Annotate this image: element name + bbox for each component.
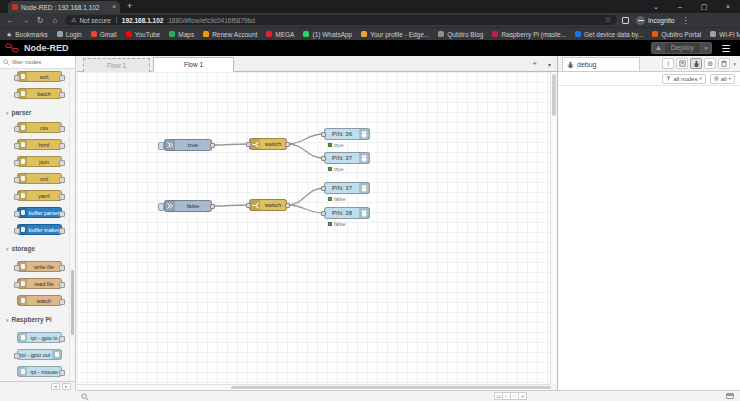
bookmark-qubitro-portal[interactable]: Qubitro Portal — [652, 31, 701, 38]
collapse-categories-icon[interactable]: ◂ — [51, 383, 60, 390]
bookmark-qubitro-blog[interactable]: Qubitro Blog — [438, 31, 483, 38]
debug-tab[interactable]: debug — [562, 57, 640, 71]
debug-message-list[interactable] — [558, 86, 740, 390]
gpio-node-pin38[interactable]: PIN: 38 — [324, 207, 370, 219]
config-tab-icon[interactable]: ⚙ — [704, 58, 716, 69]
window-controls: ⌄ – ▢ × — [644, 0, 740, 13]
output-port[interactable] — [285, 142, 290, 147]
bookmark-mega[interactable]: MEGA — [266, 31, 294, 38]
palette-node-watch[interactable]: watch — [17, 295, 62, 306]
browser-menu-icon[interactable]: ⋮ — [681, 16, 689, 25]
maximize-icon[interactable]: ▢ — [692, 0, 716, 13]
bookmark-login[interactable]: Login — [57, 31, 82, 38]
input-port[interactable] — [246, 203, 251, 208]
flow-canvas[interactable]: true switch PIN: 36 true PIN: 37 — [77, 72, 550, 384]
deploy-button[interactable]: Deploy ▾ — [651, 42, 712, 54]
palette-node-yaml[interactable]: yaml — [17, 190, 62, 201]
palette-node-rpi-gpio-in[interactable]: rpi - gpio in — [17, 332, 62, 343]
add-flow-icon[interactable]: + — [532, 59, 537, 68]
flow-tab-ghost[interactable]: Flow 1 — [83, 58, 150, 72]
search-flows-icon[interactable] — [81, 393, 89, 401]
scrollbar-thumb[interactable] — [231, 386, 551, 389]
not-secure-label[interactable]: Not secure — [79, 17, 110, 24]
bookmark-gmail[interactable]: Gmail — [91, 31, 117, 38]
input-port[interactable] — [321, 132, 326, 137]
canvas-vertical-scrollbar[interactable] — [550, 72, 557, 384]
palette-node-html[interactable]: html — [17, 139, 62, 150]
palette-node-sort[interactable]: sort — [17, 71, 62, 82]
clear-messages-icon[interactable] — [718, 58, 730, 69]
open-in-window-icon[interactable] — [726, 393, 734, 399]
bookmark-maps[interactable]: Maps — [169, 31, 194, 38]
tab-search-icon[interactable]: ⌄ — [644, 0, 668, 13]
flow-list-icon[interactable]: ▾ — [548, 61, 551, 68]
home-icon[interactable]: ⌂ — [50, 16, 60, 25]
bookmark-raspberry-pi[interactable]: Raspberry Pi (maste... — [492, 31, 566, 38]
scrollbar-thumb[interactable] — [552, 74, 556, 116]
bookmark-wifi-mesh[interactable]: Wi-Fi Mesh Networ... — [710, 31, 740, 38]
inject-node-true[interactable]: true — [164, 139, 212, 151]
deploy-options-icon[interactable]: ▾ — [700, 43, 711, 53]
new-tab-button[interactable]: + — [127, 2, 132, 13]
palette-node-xml[interactable]: xml — [17, 173, 62, 184]
palette-node-buffer-parser[interactable]: buffer parser — [17, 207, 62, 218]
debug-tab-icon[interactable] — [690, 58, 702, 69]
bookmark-whatsapp[interactable]: (1) WhatsApp — [303, 31, 352, 38]
info-tab-icon[interactable]: i — [662, 58, 674, 69]
palette-node-rpi-mouse[interactable]: rpi - mouse — [17, 366, 62, 377]
palette-scrollbar[interactable] — [69, 69, 75, 381]
bookmark-your-profile[interactable]: Your profile - Edge... — [361, 31, 429, 38]
reload-icon[interactable]: ↻ — [35, 16, 45, 25]
palette-node-buffer-maker[interactable]: buffer maker — [17, 224, 62, 235]
help-tab-icon[interactable] — [676, 58, 688, 69]
inject-button[interactable] — [158, 142, 164, 150]
output-port[interactable] — [285, 203, 290, 208]
filter-nodes-button[interactable]: all nodes ▾ — [662, 74, 705, 84]
flow-tabbar: Flow 1 Flow 1 + ▾ — [77, 56, 557, 72]
gpio-node-pin36[interactable]: PIN: 36 — [324, 128, 370, 140]
palette-node-rpi-gpio-out[interactable]: rpi - gpio out — [17, 349, 62, 360]
extension-icon[interactable] — [622, 17, 629, 24]
palette-category-raspberry-pi[interactable]: ▾Raspberry Pi — [6, 316, 69, 323]
flow-tab-active[interactable]: Flow 1 — [153, 57, 234, 72]
switch-node-bottom[interactable]: switch — [249, 199, 287, 211]
palette-search[interactable] — [0, 56, 75, 69]
minimize-icon[interactable]: – — [668, 0, 692, 13]
input-port[interactable] — [321, 186, 326, 191]
palette-node-json[interactable]: json — [17, 156, 62, 167]
sidebar-options-icon[interactable]: ▾ — [733, 61, 736, 67]
palette-scrollbar-thumb[interactable] — [71, 270, 74, 335]
filter-all-button[interactable]: all ▾ — [710, 74, 735, 84]
close-window-icon[interactable]: × — [716, 0, 740, 13]
main-menu-icon[interactable]: ☰ — [712, 43, 740, 54]
expand-categories-icon[interactable]: ▸ — [62, 383, 71, 390]
palette-node-read-file[interactable]: read file — [17, 278, 62, 289]
inject-button[interactable] — [158, 203, 164, 211]
gpio-node-pin37-bottom[interactable]: PIN: 37 — [324, 182, 370, 194]
input-port[interactable] — [246, 142, 251, 147]
output-port[interactable] — [210, 143, 215, 148]
palette-node-batch[interactable]: batch — [17, 88, 62, 99]
palette-category-parser[interactable]: ▾parser — [6, 109, 69, 116]
palette-search-input[interactable] — [12, 59, 64, 65]
zoom-in-icon[interactable]: + — [518, 392, 527, 400]
bookmark-youtube[interactable]: YouTube — [126, 31, 161, 38]
palette-category-storage[interactable]: ▾storage — [6, 245, 69, 252]
input-port[interactable] — [321, 156, 326, 161]
palette-node-write-file[interactable]: write file — [17, 261, 62, 272]
gpio-node-pin37-top[interactable]: PIN: 37 — [324, 152, 370, 164]
bookmark-get-device-data[interactable]: Get device data by... — [575, 31, 643, 38]
switch-node-top[interactable]: switch — [249, 138, 287, 150]
address-bar[interactable]: ⚠ Not secure 192.168.1.102 :1880/#flow/e… — [65, 15, 617, 25]
browser-tab[interactable]: Node-RED : 192.168.1.102 × — [8, 1, 120, 13]
tab-close-icon[interactable]: × — [112, 4, 116, 10]
inject-node-false[interactable]: false — [164, 200, 212, 212]
bookmark-renew-account[interactable]: Renew Account — [203, 31, 257, 38]
forward-icon[interactable]: → — [20, 16, 30, 25]
output-port[interactable] — [210, 204, 215, 209]
back-icon[interactable]: ← — [5, 16, 15, 25]
bookmark-this-icon[interactable]: ☆ — [605, 16, 611, 24]
input-port[interactable] — [321, 211, 326, 216]
palette-node-csv[interactable]: csv — [17, 122, 62, 133]
bookmark-bookmarks[interactable]: ★Bookmarks — [6, 31, 48, 38]
